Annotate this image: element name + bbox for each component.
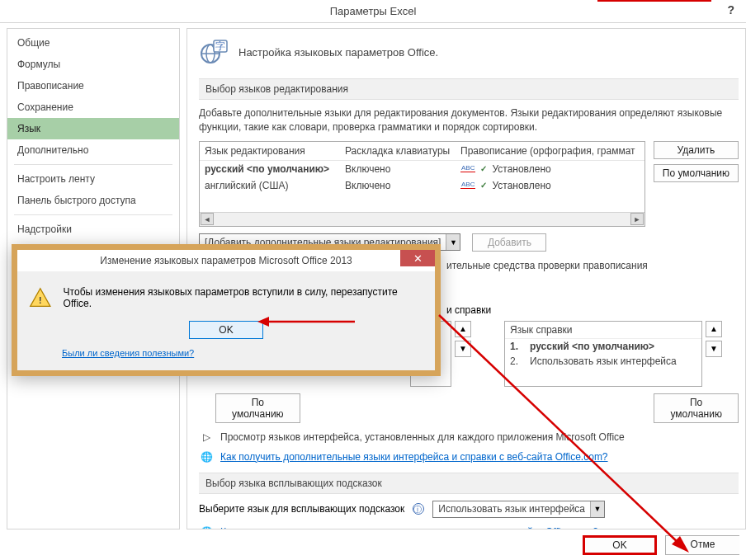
svg-text:字: 字 bbox=[215, 40, 225, 52]
table-header: Язык редактирования Раскладка клавиатуры… bbox=[200, 142, 644, 161]
get-languages-link-row: 🌐 Как получить дополнительные языки инте… bbox=[199, 451, 739, 463]
combo-text: Использовать язык интерфейса bbox=[433, 501, 590, 516]
add-button[interactable]: Добавить bbox=[472, 233, 546, 252]
scroll-left-button[interactable]: ◄ bbox=[201, 213, 214, 225]
sidebar-item-general[interactable]: Общие bbox=[7, 32, 179, 54]
chevron-down-icon[interactable]: ▼ bbox=[446, 234, 460, 250]
col-keyboard: Раскладка клавиатуры bbox=[340, 142, 456, 160]
spin-buttons: ▲ ▼ bbox=[455, 321, 471, 387]
spin-buttons: ▲ ▼ bbox=[706, 321, 722, 387]
move-up-button[interactable]: ▲ bbox=[706, 321, 722, 337]
list-item[interactable]: 2.Использовать язык интерфейса bbox=[505, 354, 701, 369]
check-icon: ✓ bbox=[480, 164, 487, 173]
close-button[interactable]: ✕ bbox=[400, 250, 435, 266]
dialog-body: ! Чтобы изменения языковых параметров вс… bbox=[17, 271, 435, 370]
sidebar-item-customize-ribbon[interactable]: Настроить ленту bbox=[7, 168, 179, 190]
dialog-footer: OK Отме bbox=[583, 535, 739, 555]
chevron-down-icon[interactable]: ▼ bbox=[590, 501, 604, 517]
sidebar-item-qat[interactable]: Панель быстрого доступа bbox=[7, 190, 179, 211]
tooltip-label: Выберите язык для всплывающих подсказок bbox=[199, 503, 404, 515]
cell-proof: ABC✓ Установлено bbox=[456, 177, 644, 194]
table-side-buttons: Удалить По умолчанию bbox=[654, 141, 739, 227]
listbox-header: Язык справки bbox=[505, 322, 701, 339]
editing-languages-table[interactable]: Язык редактирования Раскладка клавиатуры… bbox=[199, 141, 645, 227]
sidebar-separator bbox=[14, 164, 172, 165]
section-edit-title: Выбор языков редактирования bbox=[199, 78, 739, 100]
tooltip-language-combo[interactable]: Использовать язык интерфейса ▼ bbox=[432, 501, 605, 518]
expand-icon[interactable]: ▷ bbox=[199, 431, 214, 443]
header: 字 Настройка языковых параметров Office. bbox=[199, 37, 739, 67]
globe-icon: 🌐 bbox=[199, 451, 214, 463]
cell-proof: ABC✓ Установлено bbox=[456, 161, 644, 177]
proofing-extra-text: ительные средства проверки правописания bbox=[446, 260, 739, 271]
scroll-right-button[interactable]: ► bbox=[630, 213, 644, 225]
help-language-listbox[interactable]: Язык справки 1.русский <по умолчанию> 2.… bbox=[504, 321, 702, 387]
sidebar-item-language[interactable]: Язык bbox=[7, 118, 179, 139]
warning-icon: ! bbox=[29, 286, 52, 309]
globe-icon: 🌐 bbox=[199, 526, 214, 529]
dialog-title: Изменение языковых параметров Microsoft … bbox=[17, 255, 435, 266]
ui-default-button[interactable]: По умолчанию bbox=[215, 393, 300, 423]
window-title: Параметры Excel bbox=[330, 5, 417, 17]
list-item[interactable]: 1.русский <по умолчанию> bbox=[505, 339, 701, 354]
get-languages-link[interactable]: Как получить дополнительные языки интерф… bbox=[220, 451, 608, 463]
check-icon: ✓ bbox=[480, 181, 487, 190]
cell-layout: Включено bbox=[340, 161, 456, 177]
sidebar-item-formulas[interactable]: Формулы bbox=[7, 54, 179, 75]
dialog-titlebar[interactable]: Изменение языковых параметров Microsoft … bbox=[17, 250, 435, 271]
sidebar-item-save[interactable]: Сохранение bbox=[7, 96, 179, 118]
horizontal-scrollbar[interactable]: ◄ ► bbox=[200, 212, 644, 226]
ok-button[interactable]: OK bbox=[583, 535, 657, 555]
get-tooltip-languages-link[interactable]: Как получить дополнительные языки всплыв… bbox=[220, 526, 598, 529]
col-proofing: Правописание (орфография, граммат bbox=[456, 142, 644, 160]
col-language: Язык редактирования bbox=[200, 142, 340, 160]
cell-lang: английский (США) bbox=[200, 177, 340, 194]
move-up-button[interactable]: ▲ bbox=[455, 321, 471, 337]
tooltip-language-row: Выберите язык для всплывающих подсказок … bbox=[199, 501, 739, 518]
help-list-wrap: Язык справки 1.русский <по умолчанию> 2.… bbox=[504, 321, 722, 387]
abc-check-icon: ABC bbox=[460, 181, 475, 189]
section-edit-desc: Добавьте дополнительные языки для редакт… bbox=[199, 106, 739, 134]
table-row[interactable]: английский (США) Включено ABC✓ Установле… bbox=[200, 177, 644, 194]
delete-button[interactable]: Удалить bbox=[654, 141, 739, 159]
cancel-button[interactable]: Отме bbox=[665, 535, 739, 555]
and-help-label: и справки bbox=[446, 304, 491, 316]
help-default-button[interactable]: По умолчанию bbox=[654, 393, 739, 423]
svg-text:!: ! bbox=[39, 296, 41, 305]
editing-languages-area: Язык редактирования Раскладка клавиатуры… bbox=[199, 141, 739, 227]
restart-dialog: Изменение языковых параметров Microsoft … bbox=[12, 244, 441, 376]
default-buttons-row: По умолчанию По умолчанию bbox=[215, 393, 739, 423]
section-tooltip-title: Выбор языка всплывающих подсказок bbox=[199, 473, 739, 494]
cell-lang: русский <по умолчанию> bbox=[200, 161, 340, 177]
help-button[interactable]: ? bbox=[727, 3, 734, 16]
dialog-message-row: ! Чтобы изменения языковых параметров вс… bbox=[29, 286, 423, 309]
move-down-button[interactable]: ▼ bbox=[706, 341, 722, 357]
dialog-message: Чтобы изменения языковых параметров всту… bbox=[64, 286, 423, 309]
view-ui-languages-row: ▷ Просмотр языков интерфейса, установлен… bbox=[199, 431, 739, 443]
header-text: Настройка языковых параметров Office. bbox=[238, 46, 438, 59]
dialog-ok-button[interactable]: OK bbox=[189, 321, 263, 339]
view-ui-languages-text: Просмотр языков интерфейса, установленны… bbox=[220, 431, 625, 443]
info-icon[interactable]: ⓘ bbox=[413, 503, 424, 515]
annotation-highlight-top bbox=[597, 0, 711, 2]
sidebar-item-advanced[interactable]: Дополнительно bbox=[7, 139, 179, 161]
set-default-button[interactable]: По умолчанию bbox=[654, 164, 739, 182]
dialog-button-row: OK bbox=[29, 321, 423, 339]
sidebar-item-proofing[interactable]: Правописание bbox=[7, 75, 179, 96]
language-icon: 字 bbox=[199, 37, 229, 67]
sidebar-item-addins[interactable]: Надстройки bbox=[7, 219, 179, 240]
sidebar-separator bbox=[14, 214, 172, 215]
titlebar: Параметры Excel ? bbox=[0, 0, 746, 23]
feedback-link[interactable]: Были ли сведения полезными? bbox=[62, 348, 194, 358]
abc-check-icon: ABC bbox=[460, 165, 475, 172]
move-down-button[interactable]: ▼ bbox=[455, 341, 471, 357]
get-tooltip-languages-link-row: 🌐 Как получить дополнительные языки вспл… bbox=[199, 526, 739, 529]
table-row[interactable]: русский <по умолчанию> Включено ABC✓ Уст… bbox=[200, 161, 644, 177]
help-and-ui-row: и справки bbox=[446, 304, 739, 316]
cell-layout: Включено bbox=[340, 177, 456, 194]
